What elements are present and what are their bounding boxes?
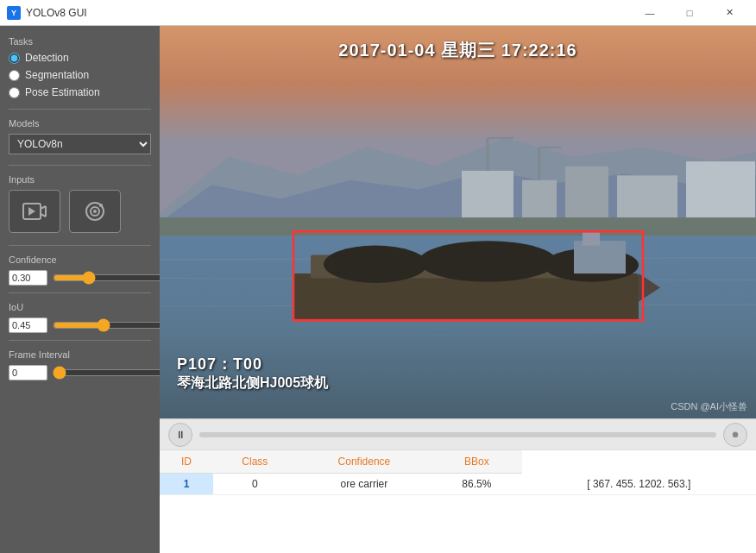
confidence-label: Confidence: [9, 255, 151, 265]
inputs-label: Inputs: [9, 174, 151, 185]
content-area: 2017-01-04 星期三 17:22:16 P107：T00 琴海北路北侧H…: [160, 26, 756, 553]
frame-interval-slider[interactable]: [53, 366, 164, 380]
task-detection[interactable]: Detection: [9, 52, 151, 64]
svg-rect-32: [574, 241, 626, 273]
table-body: 1 0 ore carrier 86.5% [ 367. 455. 1202. …: [160, 474, 756, 495]
results-table: ID Class Confidence BBox 1 0 ore carrier…: [160, 450, 756, 495]
frame-interval-label: Frame Interval: [9, 349, 151, 360]
col-header-bbox: BBox: [432, 450, 522, 474]
svg-rect-15: [617, 175, 677, 222]
svg-rect-12: [462, 171, 513, 223]
table-row: 1 0 ore carrier 86.5% [ 367. 455. 1202. …: [160, 474, 756, 495]
camera-input-button[interactable]: [69, 190, 121, 233]
svg-point-7: [93, 210, 97, 213]
col-header-id: ID: [160, 450, 213, 474]
playback-bar: ⏸ ⏺: [160, 418, 756, 449]
label-code: P107：T00: [177, 354, 328, 374]
svg-rect-13: [522, 180, 557, 223]
maximize-button[interactable]: □: [670, 0, 709, 26]
iou-label: IoU: [9, 302, 151, 312]
divider-confidence-iou: [9, 292, 151, 293]
video-input-button[interactable]: [9, 190, 60, 233]
title-bar: Y YOLOv8 GUI — □ ✕: [0, 0, 756, 26]
svg-marker-4: [28, 207, 35, 216]
task-segmentation[interactable]: Segmentation: [9, 69, 151, 81]
confidence-slider[interactable]: [53, 271, 164, 285]
camera-label: 琴海北路北侧HJ005球机: [177, 374, 328, 393]
divider-models-inputs: [9, 165, 151, 166]
inputs-row: [9, 190, 151, 233]
table-header-row: ID Class Confidence BBox: [160, 450, 756, 474]
pause-button[interactable]: ⏸: [168, 423, 192, 447]
cell-bbox: [ 367. 455. 1202. 563.]: [522, 474, 756, 495]
models-label: Models: [9, 118, 151, 129]
cell-class: ore carrier: [297, 474, 432, 495]
svg-point-8: [99, 204, 103, 207]
video-background: 2017-01-04 星期三 17:22:16 P107：T00 琴海北路北侧H…: [160, 26, 756, 418]
col-header-class: Class: [213, 450, 297, 474]
cell-confidence: 86.5%: [432, 474, 522, 495]
cell-id: 0: [213, 474, 297, 495]
svg-rect-16: [686, 161, 755, 222]
svg-rect-14: [565, 167, 608, 223]
divider-inputs-confidence: [9, 245, 151, 246]
iou-input[interactable]: [9, 317, 47, 333]
video-icon: [22, 198, 47, 224]
close-button[interactable]: ✕: [709, 0, 749, 26]
tasks-label: Tasks: [9, 36, 151, 47]
main-layout: Tasks Detection Segmentation Pose Estima…: [0, 26, 756, 553]
iou-row: [9, 317, 151, 333]
bottom-text-overlay: P107：T00 琴海北路北侧HJ005球机: [177, 354, 328, 393]
task-detection-label: Detection: [25, 52, 69, 64]
svg-rect-21: [160, 217, 756, 236]
frame-interval-input[interactable]: [9, 365, 47, 380]
model-select[interactable]: YOLOv8n YOLOv8s YOLOv8m YOLOv8l YOLOv8x: [9, 134, 151, 154]
svg-point-30: [419, 241, 557, 282]
frame-interval-row: [9, 365, 151, 380]
task-pose-label: Pose Estimation: [25, 86, 100, 98]
window-title: YOLOv8 GUI: [26, 7, 630, 19]
sidebar: Tasks Detection Segmentation Pose Estima…: [0, 26, 160, 553]
task-segmentation-label: Segmentation: [25, 69, 89, 81]
cell-row-num: 1: [160, 474, 213, 495]
window-controls: — □ ✕: [630, 0, 749, 26]
camera-icon: [82, 198, 108, 224]
col-header-confidence: Confidence: [297, 450, 432, 474]
record-button[interactable]: ⏺: [723, 423, 747, 447]
app-icon: Y: [7, 6, 21, 20]
video-area: 2017-01-04 星期三 17:22:16 P107：T00 琴海北路北侧H…: [160, 26, 756, 418]
divider-iou-frame: [9, 340, 151, 341]
task-pose-estimation[interactable]: Pose Estimation: [9, 86, 151, 98]
results-table-container: ID Class Confidence BBox 1 0 ore carrier…: [160, 449, 756, 553]
confidence-row: [9, 270, 151, 286]
watermark: CSDN @AI小怪兽: [671, 400, 747, 413]
svg-rect-33: [583, 231, 600, 245]
confidence-input[interactable]: [9, 270, 47, 286]
iou-slider[interactable]: [53, 318, 164, 332]
datetime-overlay: 2017-01-04 星期三 17:22:16: [338, 39, 576, 62]
svg-point-29: [324, 246, 427, 283]
divider-tasks-models: [9, 109, 151, 110]
progress-bar[interactable]: [199, 432, 716, 437]
minimize-button[interactable]: —: [630, 0, 670, 26]
